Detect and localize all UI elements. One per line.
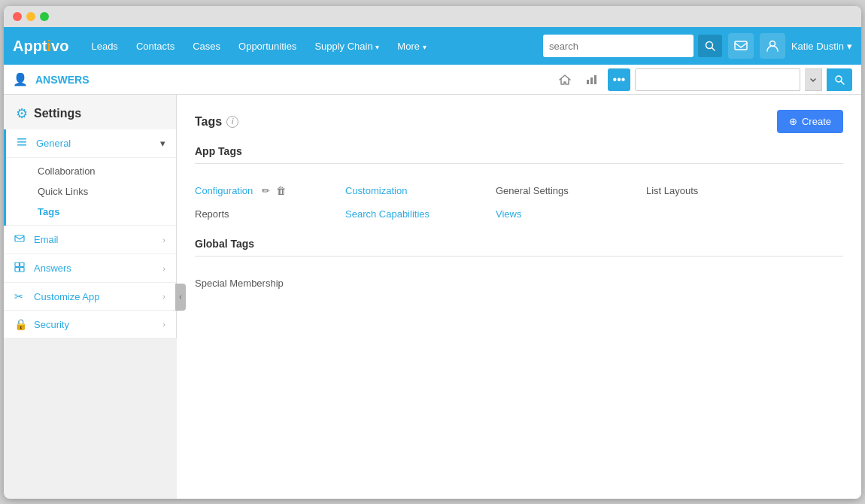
svg-rect-16 — [20, 268, 25, 272]
sidebar-sub-quick-links[interactable]: Quick Links — [6, 181, 176, 202]
more-toolbar-btn[interactable]: ••• — [608, 68, 630, 91]
window-titlebar — [4, 6, 861, 27]
svg-rect-11 — [17, 144, 26, 146]
toolbar-search-input[interactable] — [635, 68, 800, 91]
svg-line-1 — [712, 48, 715, 51]
customize-arrow-icon: › — [162, 292, 165, 301]
search-input[interactable] — [543, 35, 694, 57]
global-tags-divider — [195, 256, 843, 257]
app-tags-divider — [195, 163, 843, 164]
sidebar-item-answers-left: Answers — [14, 262, 71, 275]
sidebar-security-label: Security — [34, 319, 69, 330]
nav-opportunities[interactable]: Opportunities — [231, 36, 304, 56]
app-logo: Apptivo — [13, 38, 68, 55]
tag-configuration-link[interactable]: Configuration — [195, 185, 253, 196]
close-button[interactable] — [13, 12, 22, 21]
create-plus-icon: ⊕ — [789, 116, 797, 127]
nav-links: Leads Contacts Cases Opportunities Suppl… — [83, 36, 542, 56]
svg-rect-12 — [15, 235, 24, 241]
email-icon — [14, 233, 28, 246]
settings-title: Settings — [34, 107, 81, 120]
svg-line-8 — [841, 81, 844, 84]
sidebar-item-email-left: Email — [14, 233, 59, 246]
page-title-text: Tags — [195, 115, 222, 129]
top-nav: Apptivo Leads Contacts Cases Opportuniti… — [4, 27, 861, 65]
app-tag-views[interactable]: Views — [496, 205, 646, 223]
answers-title: ANSWERS — [35, 74, 546, 86]
app-tag-search-capabilities[interactable]: Search Capabilities — [345, 205, 496, 223]
sidebar-item-security-left: 🔒 Security — [14, 318, 69, 330]
sidebar-item-customize-left: ✂ Customize App — [14, 290, 99, 302]
svg-rect-2 — [735, 41, 747, 50]
sidebar-general-label: General — [36, 138, 71, 149]
global-tag-special-membership: Special Membership — [195, 275, 843, 292]
security-lock-icon: 🔒 — [14, 318, 28, 330]
sidebar-sub-tags[interactable]: Tags — [6, 202, 176, 222]
app-tag-list-layouts: List Layouts — [646, 182, 797, 199]
app-tag-general-settings: General Settings — [496, 182, 646, 199]
answers-arrow-icon: › — [162, 264, 165, 273]
svg-rect-15 — [15, 268, 20, 272]
nav-leads[interactable]: Leads — [83, 36, 125, 56]
user-name: Katie Dustin — [791, 41, 844, 52]
app-tags-grid: Configuration ✏ 🗑 Customization General … — [195, 176, 843, 238]
sidebar-answers-label: Answers — [34, 263, 71, 274]
nav-contacts[interactable]: Contacts — [129, 36, 182, 56]
home-toolbar-btn[interactable] — [554, 68, 576, 91]
svg-rect-9 — [17, 138, 26, 140]
content-header: Tags i ⊕ Create — [195, 110, 843, 133]
create-button[interactable]: ⊕ Create — [777, 110, 843, 133]
svg-rect-14 — [20, 263, 25, 267]
app-tags-section-title: App Tags — [195, 145, 843, 157]
create-btn-label: Create — [802, 116, 831, 127]
svg-rect-6 — [594, 75, 596, 84]
top-nav-icons: Katie Dustin ▾ — [728, 33, 852, 59]
app-tag-customization[interactable]: Customization — [345, 182, 496, 199]
nav-supply-chain[interactable]: Supply Chain ▾ — [307, 36, 387, 56]
user-icon-btn[interactable] — [760, 33, 785, 59]
email-arrow-icon: › — [162, 235, 165, 244]
answers-sidebar-icon — [14, 262, 28, 275]
messages-icon-btn[interactable] — [728, 33, 754, 59]
sidebar-item-answers[interactable]: Answers › — [4, 254, 176, 283]
sidebar-item-general[interactable]: General ▾ — [6, 129, 176, 158]
chart-toolbar-btn[interactable] — [581, 68, 603, 91]
sidebar: ⚙ Settings General ▾ — [4, 95, 177, 339]
app-tag-empty — [646, 205, 797, 223]
sidebar-item-email[interactable]: Email › — [4, 226, 176, 254]
sidebar-customize-label: Customize App — [34, 291, 99, 302]
toolbar-search-dropdown[interactable] — [805, 68, 822, 91]
answers-bar: 👤 ANSWERS ••• — [4, 65, 861, 95]
sidebar-item-customize-app[interactable]: ✂ Customize App › — [4, 283, 176, 311]
user-dropdown-arrow: ▾ — [847, 41, 852, 52]
sidebar-toggle-btn[interactable]: ‹ — [175, 284, 186, 311]
general-menu-icon — [17, 137, 30, 150]
tag-configuration-delete-icon[interactable]: 🗑 — [276, 185, 286, 196]
dots-icon: ••• — [613, 73, 626, 87]
minimize-button[interactable] — [26, 12, 35, 21]
main-layout: ⚙ Settings General ▾ — [4, 95, 861, 499]
svg-rect-4 — [587, 80, 589, 84]
sidebar-section-general: General ▾ Collaboration Quick Links Tags — [4, 129, 176, 226]
gear-icon: ⚙ — [16, 105, 28, 122]
logo-text: Apptivo — [13, 38, 68, 55]
svg-rect-5 — [590, 77, 593, 84]
tag-configuration-edit-icon[interactable]: ✏ — [262, 185, 270, 196]
answers-toolbar: ••• — [554, 68, 852, 91]
user-menu-btn[interactable]: Katie Dustin ▾ — [791, 41, 852, 52]
maximize-button[interactable] — [40, 12, 49, 21]
search-button[interactable] — [698, 35, 722, 57]
global-tags-section-title: Global Tags — [195, 238, 843, 250]
info-icon: i — [226, 116, 238, 128]
sidebar-sub-collaboration[interactable]: Collaboration — [6, 161, 176, 181]
nav-cases[interactable]: Cases — [185, 36, 228, 56]
nav-more[interactable]: More ▾ — [390, 36, 433, 56]
answers-person-icon: 👤 — [13, 72, 28, 87]
toolbar-search-go-btn[interactable] — [827, 68, 852, 91]
main-content: Tags i ⊕ Create App Tags Configuration ✏… — [177, 95, 861, 499]
sidebar-item-general-left: General — [17, 137, 71, 150]
search-area — [543, 35, 722, 57]
sidebar-item-security[interactable]: 🔒 Security › — [4, 311, 176, 339]
sidebar-general-sub: Collaboration Quick Links Tags — [6, 158, 176, 226]
sidebar-settings-header: ⚙ Settings — [4, 95, 176, 129]
